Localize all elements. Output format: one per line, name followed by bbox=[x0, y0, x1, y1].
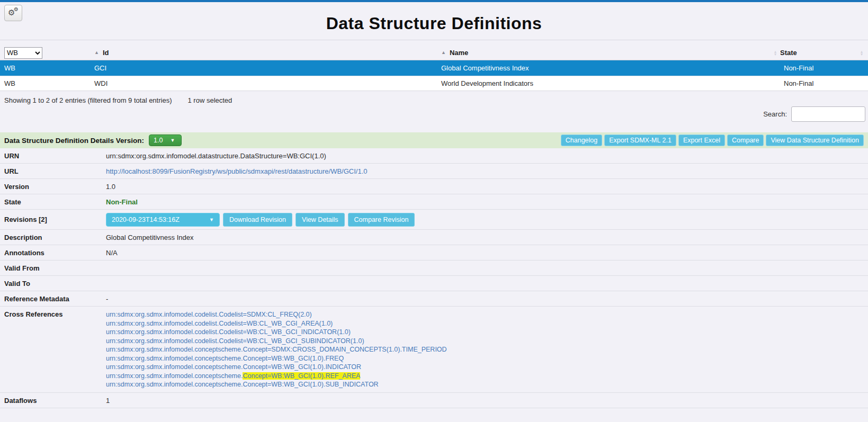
page-title: Data Structure Definitions bbox=[0, 14, 868, 33]
version-dropdown-value: 1.0 bbox=[154, 137, 163, 144]
detail-label: URL bbox=[4, 167, 106, 175]
column-header-name-label: Name bbox=[450, 49, 468, 57]
column-header-name[interactable]: ▲ Name bbox=[437, 49, 770, 57]
detail-label: Valid To bbox=[4, 279, 106, 288]
detail-label: Valid From bbox=[4, 264, 106, 272]
row-name: World Development Indicators bbox=[437, 79, 770, 87]
sort-unsorted-icon: ▴▾ bbox=[774, 50, 776, 56]
chevron-down-icon: ▼ bbox=[209, 217, 214, 222]
sort-ascending-icon: ▲ bbox=[94, 50, 99, 55]
detail-row-annotations: Annotations N/A bbox=[0, 245, 868, 261]
table-row[interactable]: WB WDI World Development Indicators Non-… bbox=[0, 76, 868, 91]
view-details-button[interactable]: View Details bbox=[296, 213, 345, 227]
table-row[interactable]: WB GCI Global Competitivness Index Non-F… bbox=[0, 60, 868, 76]
cross-reference-list: urn:sdmx:org.sdmx.infomodel.codelist.Cod… bbox=[106, 310, 864, 389]
details-header-label: Data Structure Definition Details Versio… bbox=[4, 137, 144, 145]
detail-label: Dataflows bbox=[4, 396, 106, 405]
row-agency: WB bbox=[0, 64, 90, 72]
entries-summary: Showing 1 to 2 of 2 entries (filtered fr… bbox=[4, 96, 172, 104]
detail-row-valid-from: Valid From bbox=[0, 261, 868, 276]
cross-reference-link[interactable]: urn:sdmx:org.sdmx.infomodel.conceptschem… bbox=[106, 363, 864, 372]
detail-row-description: Description Global Competitivness Index bbox=[0, 230, 868, 245]
detail-row-valid-to: Valid To bbox=[0, 276, 868, 291]
detail-row-state: State Non-Final bbox=[0, 194, 868, 210]
detail-label: Cross References bbox=[4, 310, 106, 318]
compare-button[interactable]: Compare bbox=[727, 134, 764, 146]
detail-label: Description bbox=[4, 233, 106, 241]
search-row: Search: bbox=[0, 105, 868, 122]
export-sdmx-button[interactable]: Export SDMX-ML 2.1 bbox=[604, 134, 676, 146]
reference-metadata-value: - bbox=[106, 294, 864, 303]
revision-dropdown-value: 2020-09-23T14:53:16Z bbox=[112, 216, 209, 223]
search-input[interactable] bbox=[791, 106, 865, 122]
download-revision-button[interactable]: Download Revision bbox=[223, 213, 292, 227]
version-value: 1.0 bbox=[106, 182, 864, 191]
cross-reference-link[interactable]: urn:sdmx:org.sdmx.infomodel.conceptschem… bbox=[106, 354, 864, 363]
cross-reference-link-highlighted[interactable]: urn:sdmx:org.sdmx.infomodel.conceptschem… bbox=[106, 372, 864, 381]
detail-row-cross-references: Cross References urn:sdmx:org.sdmx.infom… bbox=[0, 307, 868, 393]
annotations-value: N/A bbox=[106, 248, 864, 257]
urn-value: urn:sdmx:org.sdmx.infomodel.datastructur… bbox=[106, 151, 864, 160]
detail-row-version: Version 1.0 bbox=[0, 179, 868, 194]
dsd-table: WB ▲ Id ▲ Name ▴▾ State ▴▾ WB GCI Global… bbox=[0, 46, 868, 91]
dsd-url-link[interactable]: http://localhost:8099/FusionRegistry/ws/… bbox=[106, 167, 368, 175]
export-excel-button[interactable]: Export Excel bbox=[678, 134, 725, 146]
detail-label: Reference Metadata bbox=[4, 294, 106, 303]
detail-row-dataflows: Dataflows 1 bbox=[0, 393, 868, 408]
details-header-bar: Data Structure Definition Details Versio… bbox=[0, 132, 868, 148]
state-value: Non-Final bbox=[106, 197, 864, 206]
gear-small-icon: ⚙ bbox=[14, 7, 19, 12]
description-value: Global Competitivness Index bbox=[106, 233, 864, 241]
cross-reference-link[interactable]: urn:sdmx:org.sdmx.infomodel.codelist.Cod… bbox=[106, 310, 864, 319]
table-info-line: Showing 1 to 2 of 2 entries (filtered fr… bbox=[0, 96, 868, 104]
cross-reference-link[interactable]: urn:sdmx:org.sdmx.infomodel.conceptschem… bbox=[106, 345, 864, 354]
revision-dropdown[interactable]: 2020-09-23T14:53:16Z ▼ bbox=[106, 213, 220, 227]
row-agency: WB bbox=[0, 79, 90, 87]
version-dropdown[interactable]: 1.0 ▼ bbox=[149, 134, 182, 146]
cross-reference-link[interactable]: urn:sdmx:org.sdmx.infomodel.codelist.Cod… bbox=[106, 328, 864, 337]
detail-label: Version bbox=[4, 182, 106, 191]
compare-revision-button[interactable]: Compare Revision bbox=[348, 213, 415, 227]
search-label: Search: bbox=[763, 110, 787, 118]
detail-label: Annotations bbox=[4, 248, 106, 257]
column-header-id[interactable]: ▲ Id bbox=[90, 49, 437, 57]
table-header-row: WB ▲ Id ▲ Name ▴▾ State ▴▾ bbox=[0, 46, 868, 60]
detail-row-revisions: Revisions [2] 2020-09-23T14:53:16Z ▼ Dow… bbox=[0, 210, 868, 230]
table-top-divider bbox=[0, 40, 868, 40]
changelog-button[interactable]: Changelog bbox=[561, 134, 602, 146]
page-header: ⚙ ⚙ Data Structure Definitions bbox=[0, 2, 868, 40]
agency-filter-cell: WB bbox=[0, 47, 90, 59]
selection-count: 1 row selected bbox=[188, 96, 232, 104]
sort-ascending-icon: ▲ bbox=[441, 50, 446, 55]
column-header-id-label: Id bbox=[103, 49, 109, 57]
detail-row-reference-metadata: Reference Metadata - bbox=[0, 291, 868, 307]
row-state: Non-Final bbox=[770, 64, 868, 72]
row-id: GCI bbox=[90, 64, 437, 72]
detail-label: Revisions [2] bbox=[4, 212, 106, 223]
link-prefix: urn:sdmx:org.sdmx.infomodel.conceptschem… bbox=[106, 372, 243, 380]
dsd-details-panel: Data Structure Definition Details Versio… bbox=[0, 132, 868, 408]
revision-controls: 2020-09-23T14:53:16Z ▼ Download Revision… bbox=[106, 213, 864, 227]
row-id: WDI bbox=[90, 79, 437, 87]
detail-row-url: URL http://localhost:8099/FusionRegistry… bbox=[0, 164, 868, 179]
chevron-down-icon: ▼ bbox=[170, 138, 175, 143]
sort-unsorted-icon: ▴▾ bbox=[861, 50, 863, 56]
column-header-state-label: State bbox=[780, 49, 797, 57]
view-dsd-button[interactable]: View Data Structure Definition bbox=[766, 134, 864, 146]
valid-from-value bbox=[106, 264, 864, 264]
cross-reference-link[interactable]: urn:sdmx:org.sdmx.infomodel.codelist.Cod… bbox=[106, 337, 864, 346]
agency-filter-select[interactable]: WB bbox=[4, 47, 42, 59]
row-name: Global Competitivness Index bbox=[437, 64, 770, 72]
row-state: Non-Final bbox=[770, 79, 868, 87]
detail-label: State bbox=[4, 197, 106, 206]
detail-row-urn: URN urn:sdmx:org.sdmx.infomodel.datastru… bbox=[0, 148, 868, 164]
cross-reference-link[interactable]: urn:sdmx:org.sdmx.infomodel.conceptschem… bbox=[106, 380, 864, 389]
cross-reference-link[interactable]: urn:sdmx:org.sdmx.infomodel.codelist.Cod… bbox=[106, 319, 864, 328]
highlighted-text: Concept=WB:WB_GCI(1.0).REF_AREA bbox=[243, 372, 360, 380]
valid-to-value bbox=[106, 279, 864, 280]
detail-label: URN bbox=[4, 151, 106, 160]
column-header-state[interactable]: ▴▾ State ▴▾ bbox=[770, 49, 868, 57]
dataflows-value: 1 bbox=[106, 396, 864, 405]
